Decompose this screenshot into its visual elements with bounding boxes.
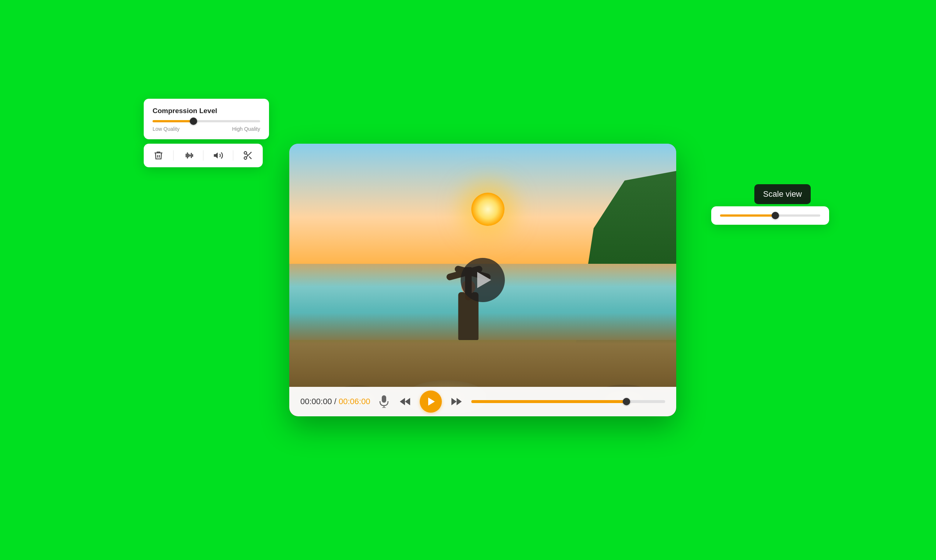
- time-display: 00:00:00 / 00:06:00: [300, 397, 370, 406]
- scale-fill: [720, 214, 775, 217]
- sun: [471, 193, 505, 226]
- scale-slider-popup: [711, 206, 829, 225]
- video-scene: [289, 144, 676, 416]
- compression-title: Compression Level: [152, 107, 260, 115]
- scale-view-tooltip: Scale view: [754, 184, 811, 204]
- volume-button[interactable]: [211, 149, 225, 162]
- progress-fill: [471, 400, 627, 403]
- compression-labels: Low Quality High Quality: [152, 126, 260, 132]
- progress-track[interactable]: [471, 400, 665, 403]
- svg-marker-16: [405, 398, 410, 405]
- compression-thumb[interactable]: [190, 117, 197, 125]
- compression-high-label: High Quality: [232, 126, 260, 132]
- current-time: 00:00:00: [300, 397, 332, 406]
- compression-popup: Compression Level Low Quality High Quali…: [144, 99, 269, 139]
- svg-marker-17: [451, 398, 457, 405]
- play-overlay-button[interactable]: [460, 258, 505, 302]
- compression-low-label: Low Quality: [152, 126, 179, 132]
- play-button[interactable]: [420, 391, 442, 412]
- svg-marker-15: [400, 398, 405, 405]
- cut-button[interactable]: [242, 149, 255, 162]
- forward-button[interactable]: [449, 395, 464, 408]
- mic-button[interactable]: [378, 394, 390, 409]
- svg-line-10: [249, 157, 251, 159]
- controls-bar: 00:00:00 / 00:06:00: [289, 387, 676, 416]
- tools-bar: [144, 144, 263, 167]
- rewind-button[interactable]: [398, 395, 413, 408]
- time-separator: /: [334, 397, 336, 406]
- svg-line-11: [246, 154, 248, 155]
- svg-point-7: [244, 152, 247, 154]
- scale-slider-track[interactable]: [720, 214, 820, 217]
- svg-point-8: [244, 157, 247, 160]
- svg-rect-12: [382, 395, 386, 403]
- compression-fill: [152, 120, 194, 122]
- delete-button[interactable]: [152, 149, 165, 162]
- tool-separator-2: [203, 150, 203, 161]
- svg-marker-18: [457, 398, 462, 405]
- compression-slider-track[interactable]: [152, 120, 260, 122]
- tool-separator-3: [233, 150, 233, 161]
- waveform-button[interactable]: [182, 149, 195, 162]
- play-btn-triangle-icon: [428, 397, 435, 406]
- total-time: 00:06:00: [339, 397, 370, 406]
- scale-thumb[interactable]: [772, 212, 779, 219]
- tool-separator-1: [173, 150, 174, 161]
- video-card: 00:00:00 / 00:06:00: [289, 144, 676, 416]
- scale-view-label: Scale view: [763, 189, 802, 198]
- play-triangle-icon: [477, 272, 491, 288]
- progress-thumb[interactable]: [623, 398, 630, 405]
- main-container: Compression Level Low Quality High Quali…: [210, 59, 726, 501]
